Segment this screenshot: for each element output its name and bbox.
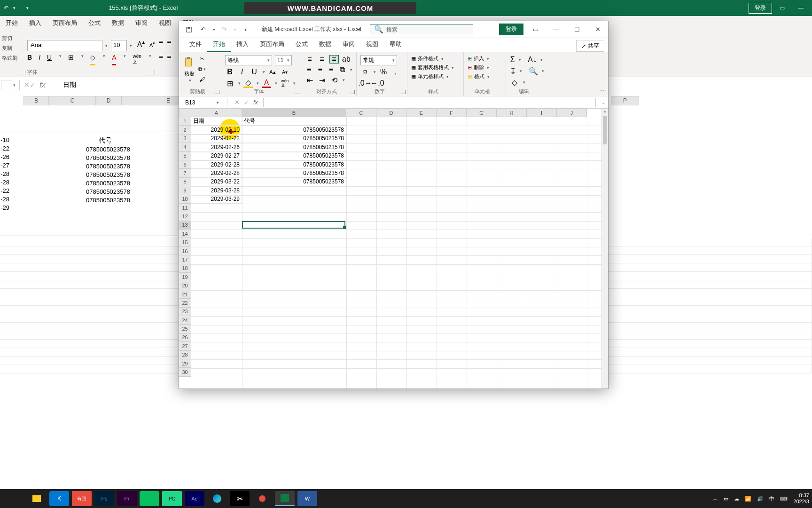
align-left-icon[interactable]: ≡ <box>159 54 163 62</box>
indent-dec-icon[interactable]: ⇤ <box>305 76 314 84</box>
table-format-button[interactable]: ▦套用表格格式▾ <box>411 64 460 71</box>
back-name-box[interactable] <box>1 80 12 90</box>
back-font-size-select[interactable]: 10 <box>111 40 127 51</box>
back-copy-label[interactable]: 复制 <box>2 45 17 52</box>
row-header-23[interactable]: 23 <box>179 308 191 316</box>
fb-enter-icon[interactable]: ✓ <box>30 80 36 89</box>
ribbon-tab-插入[interactable]: 插入 <box>231 37 254 52</box>
row-header-2[interactable]: 2 <box>179 126 191 134</box>
search-box[interactable]: 🔍 <box>370 24 473 35</box>
copy-icon[interactable]: ⧉▾ <box>198 65 206 73</box>
format-cells-button[interactable]: ▦格式▾ <box>468 73 502 80</box>
row-header-13[interactable]: 13 <box>179 221 191 230</box>
col-header-I[interactable]: I <box>527 109 557 117</box>
back-clip-launcher-icon[interactable] <box>21 70 25 74</box>
row-header-22[interactable]: 22 <box>179 299 191 307</box>
tray-wifi-icon[interactable]: 📶 <box>745 496 751 502</box>
col-header-H[interactable]: H <box>497 109 527 117</box>
tray-clock[interactable]: 8:37 2022/3 <box>793 492 809 505</box>
cell-B7[interactable]: 0785005023578 <box>242 169 346 177</box>
close-icon[interactable]: ✕ <box>587 21 608 38</box>
col-header-A[interactable]: A <box>191 109 242 117</box>
row-header-14[interactable]: 14 <box>179 230 191 238</box>
taskbar-pycharm[interactable]: PC <box>162 491 182 506</box>
taskbar-start[interactable] <box>4 491 24 506</box>
back-cut-label[interactable]: 剪切 <box>2 35 17 42</box>
row-header-27[interactable]: 27 <box>179 342 191 350</box>
grow-font-icon[interactable]: A▴ <box>137 40 146 48</box>
align-right-icon[interactable]: ≡ <box>327 65 336 74</box>
cell-style-button[interactable]: ▦单元格样式▾ <box>411 73 460 80</box>
col-header-J[interactable]: J <box>557 109 587 117</box>
cut-icon[interactable]: ✂ <box>198 55 206 63</box>
row-header-7[interactable]: 7 <box>179 169 191 177</box>
fb-cancel-icon[interactable]: ✕ <box>232 99 242 106</box>
taskbar-record[interactable] <box>252 491 272 506</box>
phonetic-icon[interactable]: wén文 <box>133 54 141 65</box>
save-icon[interactable] <box>184 24 194 35</box>
qat-more-icon[interactable]: ▾ <box>26 6 29 10</box>
col-header-E[interactable]: E <box>406 109 437 117</box>
ribbon-tab-公式[interactable]: 公式 <box>290 37 313 52</box>
conditional-format-button[interactable]: ▦条件格式▾ <box>411 55 460 62</box>
ribbon-tab-开始[interactable]: 开始 <box>207 37 231 52</box>
align-bottom-icon[interactable]: ≡ <box>329 55 339 64</box>
colhdr-c[interactable]: C <box>49 96 96 105</box>
sort-filter-icon[interactable]: A↓ <box>528 55 537 64</box>
row-header-5[interactable]: 5 <box>179 152 191 160</box>
formula-input[interactable] <box>263 98 596 107</box>
cell-B8[interactable]: 0785005023578 <box>242 178 346 186</box>
font-name-select[interactable]: 等线▾ <box>225 55 272 65</box>
cell-A7[interactable]: 2029-02-28 <box>191 169 242 177</box>
back-minimize-icon[interactable]: — <box>792 3 809 13</box>
cell-B6[interactable]: 0785005023578 <box>242 160 346 169</box>
border-icon[interactable]: ⊞ <box>225 79 234 88</box>
col-header-C[interactable]: C <box>346 109 376 117</box>
col-header-G[interactable]: G <box>467 109 497 117</box>
tray-onedrive-icon[interactable]: ☁ <box>734 496 739 502</box>
paste-button[interactable]: 粘贴 ▾ <box>183 55 196 88</box>
font-size-select[interactable]: 11▾ <box>275 55 292 65</box>
cell-B1[interactable]: 代号 <box>242 117 346 126</box>
row-header-28[interactable]: 28 <box>179 351 191 359</box>
tray-ime[interactable]: 中 <box>769 495 774 502</box>
ribbon-tab-视图[interactable]: 视图 <box>360 37 384 52</box>
clip-launcher-icon[interactable] <box>215 90 219 94</box>
ribbon-tab-审阅[interactable]: 审阅 <box>337 37 360 52</box>
font-launcher-icon[interactable] <box>295 90 299 94</box>
tab-review[interactable]: 审阅 <box>130 16 153 30</box>
colhdr-p[interactable]: P <box>611 96 639 105</box>
fb-enter-icon[interactable]: ✓ <box>242 99 251 106</box>
align-center-icon[interactable]: ≡ <box>167 54 171 62</box>
row-header-11[interactable]: 11 <box>179 204 191 212</box>
bold-icon[interactable]: B <box>27 54 32 65</box>
clear-icon[interactable]: ◇ <box>510 78 519 87</box>
row-header-3[interactable]: 3 <box>179 135 191 143</box>
tray-volume-icon[interactable]: 🔊 <box>757 496 764 502</box>
taskbar-excel[interactable] <box>275 491 295 506</box>
collapse-ribbon-icon[interactable]: ︿ <box>600 86 605 93</box>
row-header-25[interactable]: 25 <box>179 325 191 333</box>
row-header-10[interactable]: 10 <box>179 195 191 204</box>
italic-icon[interactable]: I <box>237 67 247 77</box>
tab-layout[interactable]: 页面布局 <box>47 16 83 30</box>
align-top-icon[interactable]: ≡ <box>159 39 163 47</box>
fb-cancel-icon[interactable]: ✕ <box>23 80 30 89</box>
row-header-18[interactable]: 18 <box>179 264 191 273</box>
cell-A6[interactable]: 2029-02-28 <box>191 160 242 169</box>
align-middle-icon[interactable]: ≡ <box>317 55 327 64</box>
dec-decimal-icon[interactable]: ←.0 <box>373 79 382 88</box>
taskbar-aftereffects[interactable]: Ae <box>185 491 204 506</box>
minimize-icon[interactable]: — <box>546 21 567 38</box>
font-color-icon[interactable]: A <box>112 54 116 65</box>
indent-inc-icon[interactable]: ⇥ <box>317 76 327 84</box>
num-launcher-icon[interactable] <box>401 90 406 94</box>
tab-view[interactable]: 视图 <box>153 16 177 30</box>
qat-undo-icon[interactable]: ↶ <box>4 5 8 11</box>
align-mid-icon[interactable]: ≡ <box>167 39 171 47</box>
fill-icon[interactable]: ↧ <box>510 66 516 76</box>
front-login-button[interactable]: 登录 <box>499 24 523 35</box>
fx-icon[interactable]: fx <box>251 99 260 106</box>
cell-A5[interactable]: 2029-02-27 <box>191 152 242 160</box>
taskbar-photoshop[interactable]: Ps <box>94 491 114 506</box>
